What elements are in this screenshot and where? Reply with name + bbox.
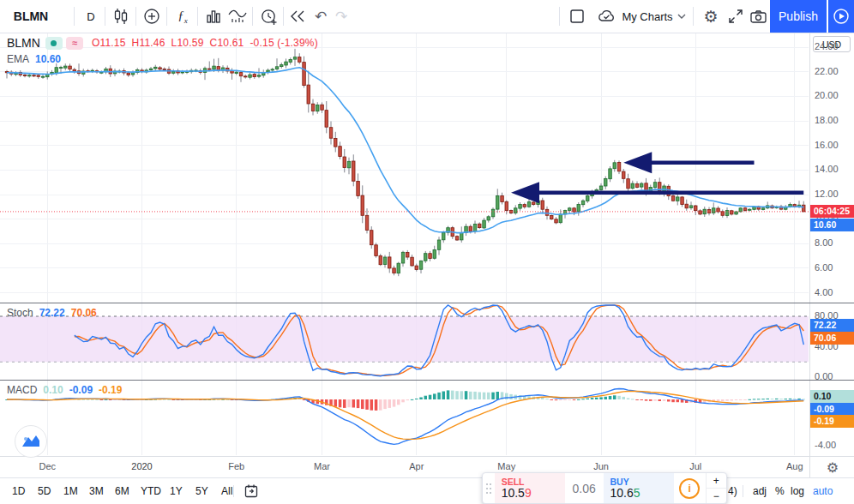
toolbar-separator [166,7,167,26]
price-tick-label: 16.00 [815,140,839,150]
range-button-1y[interactable]: 1Y [165,478,188,504]
symbol-button[interactable]: BLMN [5,0,57,33]
time-axis-month-label: Dec [39,461,56,471]
interval-button[interactable]: D [79,0,103,33]
toolbar-separator [283,7,284,26]
bar-replay-button[interactable] [286,0,309,33]
range-button-1m[interactable]: 1M [58,478,83,504]
low-value: L10.59 [171,37,204,49]
snapshot-button[interactable] [746,0,770,33]
price-tick-label: 6.00 [815,262,833,273]
price-tick-label: 22.00 [815,66,839,76]
ema-value: 10.60 [35,53,61,65]
macd-hist-value: 0.10 [43,384,63,396]
price-tick-label: 14.00 [815,164,839,174]
price-tick-label: 4.00 [815,287,833,297]
patterns-button[interactable] [225,0,250,33]
interval-label: D [87,10,94,23]
alert-clock-icon [259,7,279,27]
gear-icon: ⚙ [703,9,718,25]
range-button-5y[interactable]: 5Y [190,478,214,504]
drag-dots-icon [485,483,492,495]
replay-rewind-icon [288,8,307,25]
toolbar-separator [233,485,234,497]
clock-fragment: 4) [728,478,737,504]
macd-hist-pill: 0.10 [810,390,854,403]
sell-button[interactable]: SELL 10.59 [495,473,565,503]
quantity-decrease-button[interactable]: − [707,488,726,503]
chart-settings-button[interactable]: ⚙ [698,0,724,33]
indicator-templates-button[interactable] [201,0,226,33]
price-tick-label: 12.00 [815,189,839,199]
layout-button[interactable] [564,0,590,33]
tradingview-logo[interactable] [15,425,47,458]
adj-toggle[interactable]: adj [753,478,767,504]
fx-icon: ƒx [177,9,188,25]
buy-button[interactable]: BUY 10.65 [604,473,674,503]
toolbar-separator [743,485,743,497]
toolbar-separator [74,7,75,26]
change-value: -0.15 (-1.39%) [250,37,318,49]
time-axis-month-label: Apr [409,461,424,471]
fullscreen-button[interactable] [724,0,748,33]
macd-tick-label: -4.00 [815,440,836,450]
redo-icon: ↷ [335,8,347,26]
symbol-label: BLMN [14,9,48,23]
time-axis-month-label: Jun [593,461,609,471]
time-axis-month-label: May [497,461,515,471]
macd-line-value: -0.09 [69,384,93,396]
indicators-button[interactable]: ƒx [170,0,195,33]
toolbar-separator [252,7,253,26]
pane-separator[interactable] [0,380,854,381]
range-button-all[interactable]: All [216,478,238,504]
alert-button[interactable] [256,0,281,33]
trade-panel: SELL 10.59 0.06 BUY 10.65 i + − [482,472,727,504]
range-button-ytd[interactable]: YTD [135,478,166,504]
ema-label[interactable]: EMA [7,53,29,65]
publish-button[interactable]: Publish [770,0,827,33]
toolbar-separator [693,7,694,26]
log-toggle[interactable]: log [791,478,804,504]
quantity-increase-button[interactable]: + [707,473,726,488]
candle-style-button[interactable] [108,0,134,33]
dot-badge[interactable] [45,37,63,50]
trade-panel-drag-handle[interactable] [483,473,495,503]
macd-signal-value: -0.19 [99,384,122,396]
legend-symbol[interactable]: BLMN [7,36,40,50]
stoch-d-value: 70.06 [71,307,97,319]
info-icon: i [679,478,700,499]
price-scale[interactable]: USD 24.0022.0020.0018.0016.0014.0012.001… [809,33,854,477]
undo-button[interactable]: ↶ [310,0,331,33]
quick-publish-button[interactable] [828,0,854,33]
stoch-label[interactable]: Stoch [7,307,33,319]
pane-separator[interactable] [0,303,854,303]
goto-date-button[interactable] [238,478,264,504]
time-axis-settings[interactable]: ⚙ [809,457,854,478]
stoch-k-pill: 72.22 [810,319,854,332]
close-value: C10.61 [210,37,244,49]
undo-icon: ↶ [315,8,327,26]
compare-plus-icon [142,7,161,26]
range-button-3m[interactable]: 3M [84,478,109,504]
compare-button[interactable] [139,0,165,33]
my-charts-button[interactable]: My Charts [593,0,689,33]
approx-badge[interactable]: ≈ [66,37,83,50]
range-button-5d[interactable]: 5D [33,478,56,504]
trade-info-button[interactable]: i [674,473,706,503]
price-tick-label: 8.00 [815,237,833,248]
bar-columns-icon [204,7,223,26]
calendar-icon [244,483,259,499]
sell-price: 10.59 [502,487,558,500]
redo-button[interactable]: ↷ [331,0,352,33]
top-toolbar: BLMN D ƒx ↶ ↷ [0,0,854,33]
auto-toggle[interactable]: auto [813,478,833,504]
range-button-1d[interactable]: 1D [7,478,30,504]
percent-toggle[interactable]: % [775,478,785,504]
toolbar-separator [197,7,198,26]
range-button-6m[interactable]: 6M [110,478,135,504]
open-value: O11.15 [92,37,126,49]
time-axis-month-label: Aug [786,461,803,471]
buy-price: 10.65 [610,487,667,500]
countdown-pill: 06:04:25 [810,205,854,218]
macd-label[interactable]: MACD [7,384,37,396]
